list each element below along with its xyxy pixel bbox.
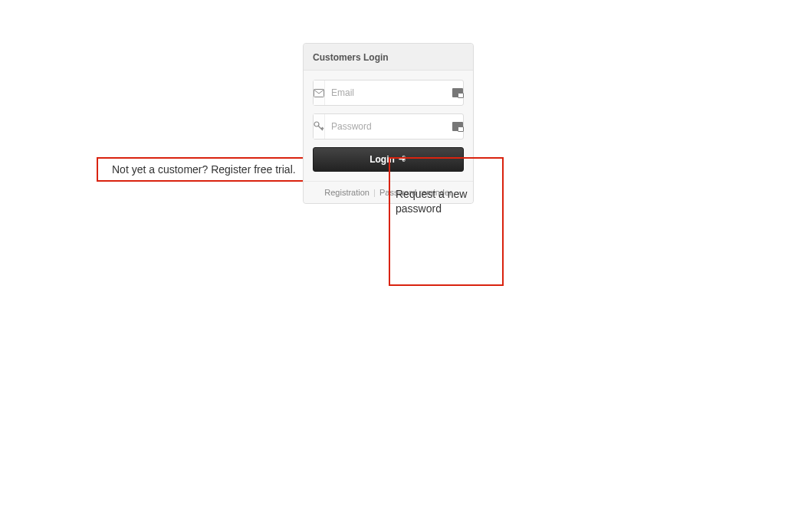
key-icon xyxy=(314,114,325,139)
email-field[interactable] xyxy=(325,83,452,103)
registration-link[interactable]: Registration xyxy=(324,188,370,197)
email-icon xyxy=(314,80,325,105)
password-field[interactable] xyxy=(325,117,452,136)
footer-separator: | xyxy=(372,188,377,197)
panel-header: Customers Login xyxy=(304,44,473,71)
email-input-group[interactable] xyxy=(313,80,464,106)
autofill-badge-email xyxy=(452,88,468,97)
callout-password-text: Request a new password xyxy=(396,187,495,216)
callout-register-text: Not yet a customer? Register free trial. xyxy=(112,163,296,176)
panel-title: Customers Login xyxy=(313,52,389,63)
autofill-badge-password xyxy=(452,122,468,131)
callout-password xyxy=(389,157,504,286)
password-input-group[interactable] xyxy=(313,113,464,140)
